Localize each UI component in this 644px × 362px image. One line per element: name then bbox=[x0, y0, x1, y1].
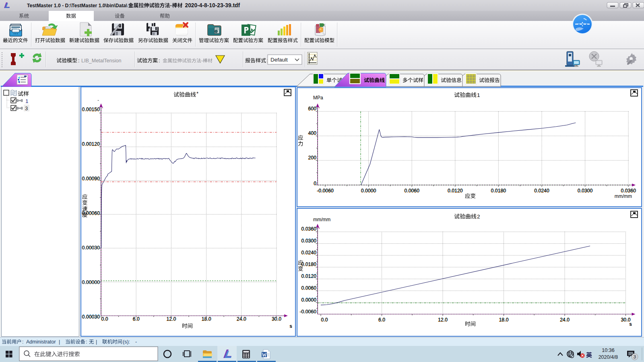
svg-text:0.0: 0.0 bbox=[321, 317, 328, 323]
svg-text:0.0240: 0.0240 bbox=[534, 188, 549, 193]
svg-text:0.00120: 0.00120 bbox=[82, 141, 100, 147]
svg-text:0: 0 bbox=[314, 181, 316, 186]
svg-text:-0.0060: -0.0060 bbox=[317, 188, 334, 193]
svg-text:-: - bbox=[97, 97, 99, 102]
svg-text:mm/mm: mm/mm bbox=[615, 193, 632, 199]
svg-text:18.0: 18.0 bbox=[202, 316, 211, 322]
svg-text:6.0: 6.0 bbox=[378, 317, 385, 323]
svg-text:200: 200 bbox=[308, 155, 316, 160]
svg-text:2: 2 bbox=[477, 214, 480, 220]
svg-text:18.0: 18.0 bbox=[499, 317, 509, 323]
svg-text:0.00060: 0.00060 bbox=[82, 210, 100, 216]
svg-text:TestMaster 1.0 - D:\TestMaster: TestMaster 1.0 - D:\TestMaster 1.0\bin\D… bbox=[27, 3, 128, 8]
svg-text:0.0000: 0.0000 bbox=[301, 297, 316, 303]
svg-text:*: * bbox=[196, 90, 198, 97]
svg-text:mm/mm: mm/mm bbox=[313, 217, 330, 222]
svg-text:|: | bbox=[59, 339, 60, 345]
svg-text:1: 1 bbox=[25, 98, 29, 104]
svg-text:0.0: 0.0 bbox=[101, 316, 108, 322]
svg-text:6.0: 6.0 bbox=[133, 316, 140, 322]
svg-text:30.0: 30.0 bbox=[272, 316, 281, 322]
svg-text:-: - bbox=[170, 2, 172, 8]
svg-text:0.0060: 0.0060 bbox=[404, 188, 419, 193]
svg-text:0.0000: 0.0000 bbox=[361, 188, 376, 193]
svg-text:1: 1 bbox=[477, 92, 480, 98]
svg-text:2020/4/8: 2020/4/8 bbox=[599, 354, 618, 360]
svg-text:0.0120: 0.0120 bbox=[448, 188, 463, 193]
svg-text:Administrator: Administrator bbox=[26, 339, 56, 345]
svg-text:0.00030: 0.00030 bbox=[82, 245, 100, 251]
svg-text:Default: Default bbox=[270, 57, 288, 63]
svg-text:0.00030: 0.00030 bbox=[82, 314, 100, 320]
svg-text:-0.0060: -0.0060 bbox=[299, 309, 316, 315]
svg-text:0.0120: 0.0120 bbox=[301, 274, 316, 279]
svg-text:0.0060: 0.0060 bbox=[301, 285, 316, 291]
svg-text:(s):: (s): bbox=[123, 339, 130, 345]
svg-text::: : bbox=[78, 58, 80, 64]
svg-text:s: s bbox=[629, 321, 632, 327]
svg-text:400: 400 bbox=[308, 130, 316, 136]
svg-text:600: 600 bbox=[308, 106, 316, 111]
svg-text:s: s bbox=[289, 323, 292, 329]
svg-text:0.0180: 0.0180 bbox=[491, 188, 506, 193]
svg-text:0.0300: 0.0300 bbox=[578, 188, 593, 193]
svg-text:0.0180: 0.0180 bbox=[301, 261, 316, 267]
svg-text:0.0240: 0.0240 bbox=[301, 250, 316, 255]
svg-text:0.0360: 0.0360 bbox=[621, 188, 636, 193]
svg-text:0.00000: 0.00000 bbox=[82, 280, 100, 285]
svg-text:12.0: 12.0 bbox=[438, 317, 448, 323]
svg-text:MPa: MPa bbox=[313, 95, 323, 101]
svg-text:-: - bbox=[135, 339, 137, 345]
svg-text:|: | bbox=[96, 339, 97, 345]
svg-text:3: 3 bbox=[634, 354, 636, 359]
svg-text:LIB_MetalTension: LIB_MetalTension bbox=[81, 58, 121, 64]
svg-text:24.0: 24.0 bbox=[560, 317, 570, 323]
svg-text:0.00090: 0.00090 bbox=[82, 176, 100, 181]
svg-text::: : bbox=[159, 58, 160, 64]
svg-text:0.0360: 0.0360 bbox=[301, 226, 316, 232]
svg-text:10:36: 10:36 bbox=[602, 348, 614, 353]
svg-text:12.0: 12.0 bbox=[166, 316, 176, 322]
svg-text::: : bbox=[86, 339, 87, 345]
svg-text:0.0300: 0.0300 bbox=[301, 238, 316, 244]
svg-text:2020-4-8-10-23-39.tdf: 2020-4-8-10-23-39.tdf bbox=[185, 2, 240, 8]
svg-text:0.00150: 0.00150 bbox=[82, 107, 100, 112]
svg-text:24.0: 24.0 bbox=[237, 316, 246, 322]
svg-text::: : bbox=[22, 339, 23, 345]
svg-text:3: 3 bbox=[25, 105, 28, 111]
svg-text:-: - bbox=[201, 58, 203, 64]
